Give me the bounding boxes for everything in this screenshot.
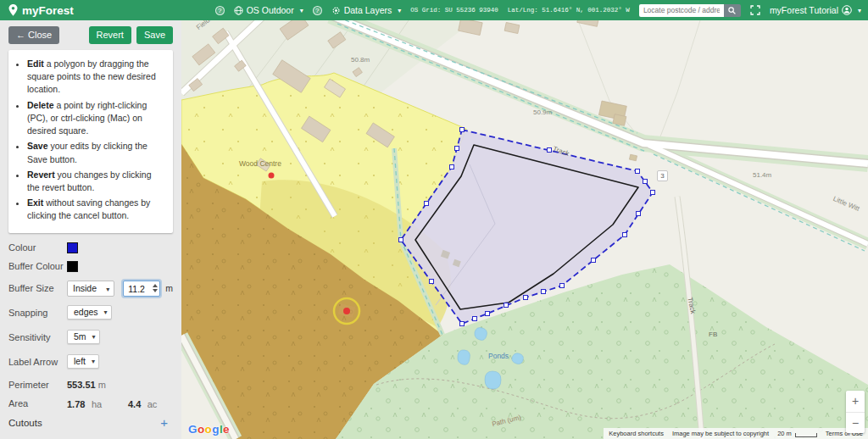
instruction-item: Delete a point by right-clicking (PC), o… — [27, 99, 164, 138]
buffer-colour-swatch[interactable] — [67, 261, 78, 272]
map-canvas[interactable]: Fieldside 50.8m 50.9m 51.4m Track 3 Litt… — [181, 20, 868, 439]
instructions-card: Edit a polygon by dragging the square po… — [8, 50, 173, 233]
buffer-unit: m — [165, 283, 173, 293]
instruction-item: Save your edits by clicking the Save but… — [27, 140, 164, 165]
data-layers-menu[interactable]: Data Layers — [331, 5, 402, 15]
search-button[interactable] — [724, 4, 741, 17]
revert-button[interactable]: Revert — [89, 26, 131, 44]
colour-label: Colour — [8, 242, 67, 253]
buffer-size-label: Buffer Size — [8, 283, 67, 293]
google-logo-letter: o — [205, 423, 213, 436]
buffer-colour-label: Buffer Colour — [8, 261, 67, 271]
label-arrow-dropdown[interactable]: left — [67, 354, 99, 369]
app-header: myForest ? OS Outdoor ? Data Layers OS G… — [0, 0, 868, 20]
help-icon-2[interactable]: ? — [313, 6, 322, 15]
user-icon — [842, 5, 852, 15]
cutouts-label: Cutouts — [8, 418, 42, 428]
add-cutout-button[interactable]: + — [160, 418, 173, 428]
instruction-item: Revert you changes by clicking the rever… — [27, 169, 164, 194]
area-ha-unit: ha — [92, 399, 102, 409]
area-ac-value: 4.4 — [128, 399, 141, 409]
area-label: Area — [8, 398, 67, 408]
search-input[interactable] — [639, 4, 724, 17]
help-icon[interactable]: ? — [215, 6, 225, 15]
save-button[interactable]: Save — [136, 26, 173, 44]
close-button[interactable]: ← Close — [8, 26, 59, 44]
compartment-marker[interactable] — [343, 308, 350, 314]
sensitivity-dropdown[interactable]: 5m — [67, 330, 100, 344]
google-logo-letter: g — [212, 423, 220, 436]
search-icon — [728, 7, 736, 14]
perimeter-value: 553.51 — [67, 380, 96, 390]
map-basemap — [181, 20, 868, 439]
account-label: myForest Tutorial — [770, 5, 838, 15]
colour-swatch[interactable] — [67, 242, 78, 253]
google-logo-letter: e — [223, 423, 230, 436]
snapping-label: Snapping — [8, 308, 67, 318]
brand-title: myForest — [22, 4, 74, 17]
scale-label: 20 m — [777, 430, 792, 437]
instruction-item: Exit without saving changes by clicking … — [27, 197, 164, 222]
buffer-mode-select[interactable]: Inside — [67, 281, 114, 297]
quantity-stepper[interactable] — [153, 284, 158, 292]
data-layers-label: Data Layers — [344, 5, 392, 15]
latlng-readout: Lat/Lng: 51.6416° N, 001.2032° W — [508, 7, 630, 14]
gear-icon — [331, 6, 341, 15]
zoom-in-button[interactable]: + — [846, 391, 865, 413]
area-ha-value: 1.78 — [67, 399, 85, 409]
perimeter-label: Perimeter — [8, 380, 67, 390]
basemap-label: OS Outdoor — [247, 5, 294, 15]
sensitivity-label: Sensitivity — [8, 332, 67, 342]
map-attribution: Keyboard shortcuts Image may be subject … — [604, 428, 868, 439]
zoom-control: + − — [846, 391, 865, 433]
scale-bar — [795, 433, 817, 437]
google-logo-letter: o — [198, 423, 205, 436]
map-pin-icon — [8, 4, 18, 16]
basemap-menu[interactable]: OS Outdoor — [234, 5, 303, 15]
brand[interactable]: myForest — [8, 4, 74, 17]
area-ac-unit: ac — [147, 399, 158, 409]
scale-control: 20 m — [777, 430, 817, 437]
locate-search — [639, 4, 741, 17]
label-arrow-label: Label Arrow — [8, 357, 67, 367]
keyboard-shortcuts-link[interactable]: Keyboard shortcuts — [609, 430, 664, 437]
instruction-item: Edit a polygon by dragging the square po… — [27, 58, 164, 97]
zoom-out-button[interactable]: − — [846, 413, 865, 434]
google-logo[interactable]: Google — [188, 423, 230, 436]
google-logo-letter: G — [188, 423, 198, 436]
perimeter-unit: m — [98, 380, 106, 390]
os-grid-readout: OS Grid: SU 55236 93940 — [410, 7, 498, 14]
wood-centre-marker[interactable] — [269, 173, 275, 179]
snapping-dropdown[interactable]: edges — [67, 305, 112, 320]
account-menu[interactable]: myForest Tutorial — [770, 5, 861, 15]
edit-panel: ← Close Revert Save Edit a polygon by dr… — [0, 20, 181, 439]
globe-icon — [234, 6, 243, 15]
copyright-notice: Image may be subject to copyright — [672, 430, 769, 437]
fullscreen-icon[interactable] — [750, 5, 760, 15]
